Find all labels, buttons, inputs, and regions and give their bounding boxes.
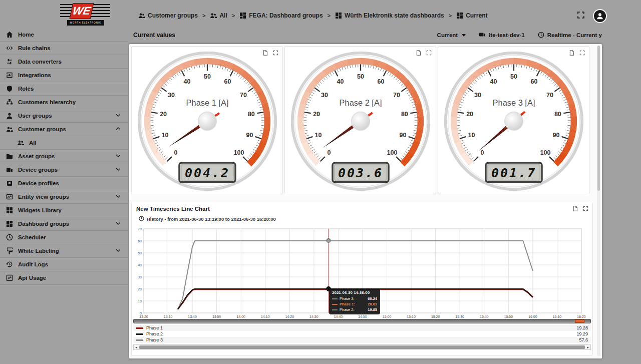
legend-series-name: Phase 1: [146, 325, 573, 330]
legend-series-value: 19.29: [576, 331, 588, 336]
export-icon[interactable]: [262, 50, 268, 56]
chevron-down-icon: [115, 220, 121, 227]
timewindow-button[interactable]: Realtime - Current y: [538, 32, 602, 39]
sidebar-item-customer-groups[interactable]: Customer groups: [0, 123, 128, 136]
entity-view-groups-icon: [6, 193, 13, 200]
chevron-down-icon: [115, 153, 121, 159]
device-icon: [479, 31, 486, 39]
sidebar-item-rule-chains[interactable]: Rule chains: [0, 42, 128, 55]
tooltip-swatch: [332, 304, 338, 305]
sidebar-item-entity-view-groups[interactable]: Entity view groups: [0, 190, 128, 204]
chart-timewindow[interactable]: History - from 2021-06-30 13:19:00 to 20…: [139, 216, 276, 222]
breadcrumb-label: All: [219, 12, 227, 19]
svg-text:0: 0: [140, 311, 142, 315]
customer-groups-icon: [210, 12, 217, 19]
breadcrumb-label: Current: [466, 12, 487, 19]
sidebar-item-scheduler[interactable]: Scheduler: [0, 231, 128, 244]
legend-row-phase-2[interactable]: Phase 219.29: [133, 331, 591, 337]
dashboard-scroll-thumb[interactable]: [597, 46, 600, 191]
scroll-right-arrow[interactable]: ▸: [585, 345, 590, 349]
svg-text:50: 50: [204, 73, 211, 80]
chart-range-thumb[interactable]: [575, 319, 584, 323]
chevron-up-icon: [115, 126, 121, 132]
sidebar-item-roles[interactable]: Roles: [0, 82, 128, 96]
rule-chains-icon: [6, 45, 13, 52]
breadcrumb-separator: >: [202, 13, 205, 19]
sidebar-item-api-usage[interactable]: Api Usage: [0, 271, 128, 285]
legend-row-phase-3[interactable]: Phase 357.6: [133, 337, 591, 343]
dashboard-scrollbar[interactable]: [597, 46, 600, 356]
gauge-hub: [352, 112, 370, 131]
sidebar-item-user-groups[interactable]: User groups: [0, 109, 128, 123]
scroll-left-arrow[interactable]: ◂: [134, 345, 139, 349]
state-select[interactable]: Current: [437, 32, 466, 38]
sidebar-item-label: White Labeling: [18, 248, 115, 254]
header-bar: Customer groups>All>FEGA: Dashboard grou…: [128, 0, 641, 26]
chart-timewindow-label: History - from 2021-06-30 13:19:00 to 20…: [147, 216, 276, 222]
legend-row-phase-1[interactable]: Phase 119.28: [133, 325, 591, 331]
gauge-hub: [505, 112, 523, 131]
sidebar-item-widgets-library[interactable]: Widgets Library: [0, 204, 128, 217]
gauge-widget-phase-1-a: 0102030405060708090100Phase 1 [A]004.2: [131, 46, 283, 194]
sidebar-item-label: User groups: [18, 113, 115, 119]
integrations-icon: [6, 72, 13, 79]
svg-text:0: 0: [481, 149, 484, 156]
legend-series-value: 19.28: [576, 325, 588, 330]
svg-text:16:00: 16:00: [528, 315, 537, 318]
sidebar-item-integrations[interactable]: Integrations: [0, 69, 128, 82]
fullscreen-toggle[interactable]: [577, 11, 585, 21]
breadcrumb-item-fega-dashboard-groups[interactable]: FEGA: Dashboard groups: [239, 12, 323, 19]
sidebar-item-white-labeling[interactable]: White Labeling: [0, 244, 128, 258]
sidebar-item-audit-logs[interactable]: Audit Logs: [0, 258, 128, 271]
svg-text:80: 80: [554, 111, 561, 118]
sidebar-item-home[interactable]: Home: [0, 28, 128, 42]
export-icon[interactable]: [569, 50, 574, 56]
device-icon: [479, 31, 486, 38]
breadcrumb-item-current[interactable]: Current: [456, 12, 487, 19]
svg-text:20: 20: [160, 111, 167, 118]
user-groups-icon: [6, 112, 13, 119]
breadcrumb-label: FEGA: Dashboard groups: [249, 12, 323, 19]
chevron-down-icon: [115, 112, 121, 118]
svg-text:15:10: 15:10: [407, 315, 416, 318]
fullscreen-icon[interactable]: [579, 50, 585, 56]
svg-text:30: 30: [138, 275, 142, 279]
sidebar-item-label: Customer groups: [18, 126, 115, 132]
svg-text:90: 90: [400, 132, 407, 139]
scheduler-icon: [6, 234, 13, 241]
sidebar-item-label: Rule chains: [18, 45, 121, 51]
breadcrumb-item-all[interactable]: All: [210, 12, 227, 19]
sidebar-item-asset-groups[interactable]: Asset groups: [0, 150, 128, 163]
breadcrumb-item-customer-groups[interactable]: Customer groups: [138, 12, 198, 19]
svg-text:50: 50: [357, 73, 364, 80]
export-icon[interactable]: [416, 50, 421, 56]
gauge: 0102030405060708090100Phase 1 [A]004.2: [135, 48, 280, 193]
sidebar-item-customers-hierarchy[interactable]: Customers hierarchy: [0, 96, 128, 109]
fullscreen-icon[interactable]: [273, 50, 278, 56]
svg-text:100: 100: [233, 149, 244, 156]
fullscreen-icon[interactable]: [583, 206, 588, 211]
fullscreen-icon[interactable]: [426, 50, 432, 56]
legend-swatch: [136, 327, 143, 329]
sidebar-item-data-converters[interactable]: Data converters: [0, 55, 128, 69]
chart-range-scrollbar[interactable]: [133, 319, 591, 323]
sidebar-item-all[interactable]: All: [0, 136, 128, 150]
sidebar-item-device-groups[interactable]: Device groups: [0, 163, 128, 177]
svg-text:30: 30: [474, 92, 481, 99]
gauge-lcd-value: 001.7: [491, 166, 536, 180]
breadcrumb-item-w-rth-elektronik-state-dashboards[interactable]: Würth Elektronik state dashboards: [335, 12, 444, 19]
avatar[interactable]: [593, 9, 607, 23]
sidebar-item-label: Device groups: [18, 167, 115, 173]
svg-text:14:20: 14:20: [285, 315, 294, 318]
sidebar-item-device-profiles[interactable]: Device profiles: [0, 177, 128, 190]
entity-select[interactable]: lte-test-dev-1: [479, 31, 525, 39]
breadcrumb-label: Würth Elektronik state dashboards: [345, 12, 444, 19]
legend-scroll-thumb[interactable]: [139, 345, 585, 349]
sidebar-item-label: Asset groups: [18, 153, 115, 159]
sidebar-item-label: Scheduler: [18, 234, 121, 240]
dashboard-groups-icon: [335, 12, 342, 19]
sidebar-item-dashboard-groups[interactable]: Dashboard groups: [0, 217, 128, 231]
legend-scrollbar[interactable]: ◂ ▸: [133, 344, 591, 350]
export-icon[interactable]: [572, 206, 578, 211]
chevron-down-icon: [115, 112, 121, 119]
